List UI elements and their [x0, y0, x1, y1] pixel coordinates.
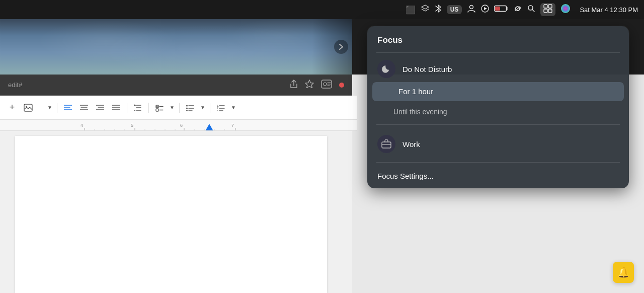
svg-rect-76 [382, 142, 391, 148]
svg-point-21 [26, 106, 27, 107]
svg-point-13 [561, 4, 570, 13]
separator-3 [148, 103, 149, 113]
separator-5 [210, 103, 210, 113]
notification-icon: 🔔 [617, 266, 630, 278]
address-text: edit# [8, 81, 22, 89]
sky-chevron-right[interactable] [334, 40, 348, 54]
menubar-datetime: Sat Mar 4 12:30 PM [580, 6, 638, 14]
bullet-list-button[interactable] [183, 101, 197, 115]
svg-text:5: 5 [131, 123, 133, 128]
align-right-button[interactable] [93, 101, 107, 115]
svg-rect-9 [544, 5, 547, 8]
address-bar-icons [290, 80, 344, 91]
svg-marker-38 [134, 110, 136, 111]
red-indicator [339, 83, 344, 88]
bullet-dropdown[interactable]: ▼ [199, 101, 206, 115]
svg-rect-41 [156, 109, 158, 111]
link-icon[interactable] [513, 4, 522, 15]
system-icons: ⬛ US [406, 3, 638, 16]
for-1-hour-label: For 1 hour [398, 87, 433, 96]
svg-text:3.: 3. [217, 109, 219, 111]
search-icon[interactable] [527, 5, 535, 15]
reader-icon[interactable] [321, 80, 332, 91]
focus-item-work[interactable]: Work [367, 128, 629, 160]
svg-marker-3 [484, 7, 487, 10]
svg-rect-11 [544, 9, 547, 13]
numbered-dropdown[interactable]: ▼ [230, 101, 237, 115]
svg-line-8 [532, 10, 534, 12]
until-this-evening-item[interactable]: Until this evening [367, 102, 629, 121]
svg-point-43 [186, 105, 188, 106]
svg-rect-6 [495, 7, 500, 11]
separator-2 [127, 103, 127, 113]
dnd-label: Do Not Disturb [403, 65, 452, 74]
align-center-button[interactable] [77, 101, 91, 115]
numbered-list-button[interactable]: 1. 2. 3. [214, 101, 228, 115]
address-bar: edit# [0, 75, 352, 96]
svg-text:6: 6 [180, 123, 183, 128]
svg-text:4: 4 [80, 123, 83, 128]
work-icon [377, 135, 395, 153]
battery-icon[interactable] [494, 5, 508, 14]
notification-badge[interactable]: 🔔 [613, 262, 634, 283]
format-toolbar: + ▼ [0, 96, 357, 120]
svg-marker-14 [305, 80, 313, 88]
svg-marker-37 [134, 104, 136, 106]
menu-bar: ⬛ US [0, 0, 644, 19]
svg-point-45 [186, 107, 188, 109]
focus-settings-label: Focus Settings... [377, 172, 434, 180]
checklist-dropdown[interactable]: ▼ [169, 101, 176, 115]
focus-divider-2 [376, 124, 620, 125]
ruler: 4 5 6 7 [0, 120, 357, 131]
sky-image [0, 19, 352, 75]
align-left-button[interactable] [61, 101, 75, 115]
play-icon[interactable] [481, 5, 489, 15]
svg-point-47 [186, 110, 188, 111]
svg-point-1 [470, 6, 473, 9]
image-button[interactable] [21, 101, 35, 115]
line-spacing-button[interactable] [131, 101, 145, 115]
svg-rect-10 [548, 5, 552, 8]
focus-item-dnd[interactable]: Do Not Disturb [367, 53, 629, 81]
us-keyboard-icon[interactable]: US [447, 5, 462, 14]
for-1-hour-item[interactable]: For 1 hour [372, 82, 624, 101]
focus-icon[interactable] [540, 3, 555, 16]
svg-marker-0 [422, 5, 429, 9]
share-icon[interactable] [290, 80, 298, 91]
until-this-evening-label: Until this evening [393, 108, 447, 116]
work-label: Work [403, 140, 420, 149]
sky-clouds [0, 19, 352, 75]
focus-dropdown-title: Focus [367, 35, 629, 52]
focus-dropdown: Focus Do Not Disturb For 1 hour Until th… [367, 26, 629, 188]
document-page [15, 136, 327, 293]
star-icon[interactable] [305, 80, 314, 90]
dnd-icon [377, 60, 395, 78]
svg-point-16 [324, 83, 327, 86]
separator-1 [57, 103, 57, 113]
svg-rect-12 [548, 9, 552, 13]
layers-icon[interactable] [421, 4, 430, 15]
focus-divider-3 [376, 162, 620, 163]
svg-text:7: 7 [231, 123, 234, 128]
separator-4 [179, 103, 180, 113]
siri-icon[interactable] [560, 4, 571, 16]
doc-page-area [0, 131, 357, 293]
checklist-button[interactable] [152, 101, 167, 115]
bluetooth-icon[interactable] [435, 4, 442, 16]
svg-rect-5 [507, 7, 508, 10]
svg-rect-20 [24, 104, 32, 111]
image-dropdown[interactable]: ▼ [46, 101, 53, 115]
svg-marker-75 [205, 124, 213, 131]
focus-settings-item[interactable]: Focus Settings... [367, 165, 629, 182]
stack-icon[interactable]: ⬛ [406, 5, 416, 15]
user-icon[interactable] [467, 4, 476, 15]
insert-button[interactable]: + [5, 101, 19, 115]
dnd-sub-items: For 1 hour Until this evening [367, 82, 629, 121]
align-justify-button[interactable] [109, 101, 123, 115]
